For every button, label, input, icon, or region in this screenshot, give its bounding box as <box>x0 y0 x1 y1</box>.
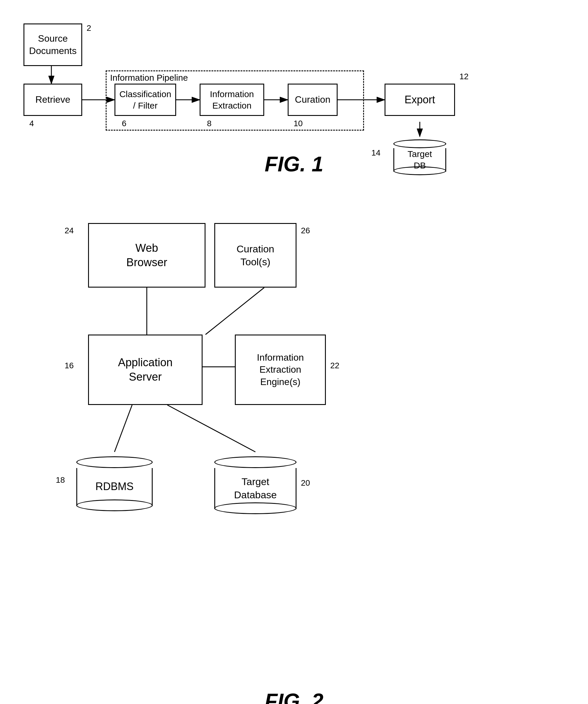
web-browser-box: Web Browser <box>88 223 206 288</box>
classification-box: Classification / Filter <box>114 83 176 116</box>
fig2-caption: FIG. 2 <box>0 689 588 704</box>
info-extraction-engine-box: Information Extraction Engine(s) <box>235 335 326 405</box>
rdbms-cylinder-bottom <box>76 500 153 511</box>
fig1-area: Source Documents 2 Retrieve 4 Informatio… <box>0 0 588 182</box>
export-label: Export <box>405 93 435 107</box>
info-extraction-label: Information Extraction <box>210 88 254 111</box>
ref-8: 8 <box>207 119 212 128</box>
web-browser-label: Web Browser <box>126 241 167 270</box>
pipeline-label: Information Pipeline <box>110 73 188 83</box>
ref-4: 4 <box>30 119 34 128</box>
classification-label: Classification / Filter <box>119 88 171 111</box>
source-documents-box: Source Documents <box>23 23 82 66</box>
source-documents-label: Source Documents <box>29 33 76 57</box>
retrieve-box: Retrieve <box>23 83 82 116</box>
ref-18: 18 <box>56 475 65 485</box>
app-server-box: Application Server <box>88 335 203 405</box>
ref-24: 24 <box>65 226 74 235</box>
fig1-caption: FIG. 1 <box>0 152 588 182</box>
rdbms-label: RDBMS <box>95 480 133 493</box>
curation-box: Curation <box>288 83 337 116</box>
ref-22: 22 <box>330 361 339 370</box>
rdbms-cylinder-body: RDBMS <box>76 468 153 506</box>
ref-26: 26 <box>301 226 310 235</box>
rdbms-cylinder-top <box>76 456 153 468</box>
target-db2-cylinder-top <box>214 456 297 468</box>
curation-tools-box: Curation Tool(s) <box>214 223 297 288</box>
ref-12: 12 <box>460 72 469 81</box>
ref-10: 10 <box>293 119 303 128</box>
curation-tools-label: Curation Tool(s) <box>236 242 274 268</box>
info-extraction-box: Information Extraction <box>200 83 264 116</box>
cylinder-top-1 <box>393 139 446 148</box>
svg-line-11 <box>114 405 132 452</box>
target-db2-cylinder-body: Target Database <box>214 468 297 509</box>
curation-label: Curation <box>295 94 330 106</box>
info-extraction-engine-label: Information Extraction Engine(s) <box>257 352 304 388</box>
export-box: Export <box>384 83 455 116</box>
svg-line-12 <box>167 405 255 452</box>
target-db2-cylinder-bottom <box>214 503 297 514</box>
retrieve-label: Retrieve <box>35 94 70 106</box>
ref-20: 20 <box>301 478 310 488</box>
svg-line-9 <box>206 288 264 335</box>
ref-2: 2 <box>87 23 91 33</box>
target-database-label: Target Database <box>234 475 277 501</box>
target-db-label: Target DB <box>408 148 432 171</box>
app-server-label: Application Server <box>118 355 173 385</box>
target-database-cylinder: Target Database <box>214 452 297 514</box>
fig2-area: Web Browser 24 Curation Tool(s) 26 Appli… <box>0 206 588 704</box>
ref-16: 16 <box>65 361 74 370</box>
rdbms-cylinder: RDBMS <box>76 452 153 511</box>
ref-6: 6 <box>122 119 126 128</box>
diagram-container: Source Documents 2 Retrieve 4 Informatio… <box>0 0 588 704</box>
